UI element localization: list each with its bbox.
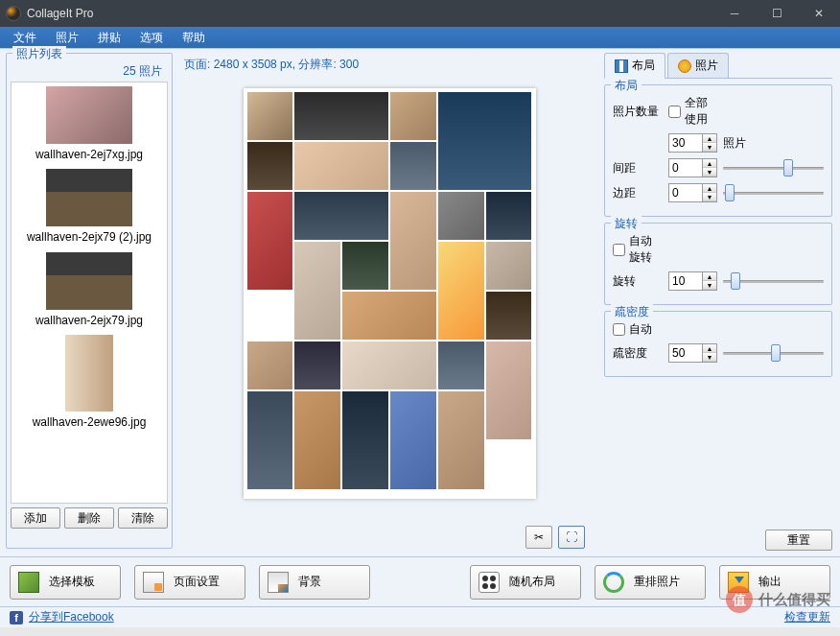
layout-group: 布局 照片数量 全部使用 ▲▼ 照片 间距 ▲▼ [604,84,832,217]
sparse-input[interactable] [668,343,703,363]
rotation-input[interactable] [668,271,703,291]
rotation-group: 旋转 自动旋转 旋转 ▲▼ [604,223,832,305]
sparse-group-label: 疏密度 [611,304,653,320]
select-template-button[interactable]: 选择模板 [10,565,121,600]
sparse-group: 疏密度 自动 疏密度 ▲▼ [604,311,832,377]
bottom-toolbar: 选择模板 页面设置 背景 随机布局 重排照片 输出 [0,556,840,606]
spin-up[interactable]: ▲ [703,134,716,143]
spin-down[interactable]: ▼ [703,143,716,152]
spacing-slider[interactable] [723,159,824,177]
title-bar: CollageIt Pro ─ ☐ ✕ [0,0,840,27]
check-update-link[interactable]: 检查更新 [784,609,830,625]
shuffle-button[interactable]: 随机布局 [470,565,581,600]
tab-layout[interactable]: 布局 [604,53,665,79]
menu-bar: 文件 照片 拼贴 选项 帮助 [0,27,840,48]
sparse-label: 疏密度 [613,345,663,362]
spacing-label: 间距 [613,160,663,177]
menu-collage[interactable]: 拼贴 [90,28,128,48]
margin-slider[interactable] [723,184,824,201]
clear-button[interactable]: 清除 [118,507,168,529]
maximize-button[interactable]: ☐ [756,0,798,27]
spacing-spinner[interactable]: ▲▼ [668,158,717,177]
facebook-icon: f [10,611,23,624]
list-item[interactable]: wallhaven-2ejx79.jpg [15,252,163,327]
add-button[interactable]: 添加 [11,507,60,529]
photo-count: 25 照片 [11,63,168,80]
photo-name: wallhaven-2ejx79.jpg [15,314,163,327]
auto-sparse-checkbox[interactable]: 自动 [613,321,663,338]
photo-list-panel: 照片列表 25 照片 wallhaven-2ej7xg.jpg wallhave… [0,49,178,556]
auto-rotate-checkbox[interactable]: 自动旋转 [613,233,663,266]
settings-tabs: 布局 照片 [604,53,832,79]
rotation-spinner[interactable]: ▲▼ [668,271,717,291]
list-item[interactable]: wallhaven-2ewe96.jpg [15,335,163,429]
margin-label: 边距 [613,185,663,201]
delete-button[interactable]: 删除 [64,507,114,529]
photo-count-spinner[interactable]: ▲▼ [668,133,717,153]
canvas-panel: 页面: 2480 x 3508 px, 分辨率: 300 ✂ ⛶ [178,49,600,556]
tab-photo[interactable]: 照片 [667,53,729,78]
menu-file[interactable]: 文件 [6,28,44,48]
use-all-checkbox[interactable]: 全部使用 [668,95,718,128]
page-info: 页面: 2480 x 3508 px, 分辨率: 300 [184,53,595,77]
export-button[interactable]: 输出 [719,565,830,600]
menu-help[interactable]: 帮助 [175,28,213,48]
list-item[interactable]: wallhaven-2ejx79 (2).jpg [15,169,163,244]
photo-count-label: 照片数量 [613,104,663,120]
fit-tool-button[interactable]: ⛶ [558,526,585,549]
photo-icon [678,59,691,73]
rotation-group-label: 旋转 [611,216,642,232]
thumbnail [65,335,113,412]
margin-spinner[interactable]: ▲▼ [668,183,717,202]
layout-group-label: 布局 [611,78,642,94]
photo-name: wallhaven-2ej7xg.jpg [15,148,163,161]
rotation-label: 旋转 [613,273,663,290]
list-item[interactable]: wallhaven-2ej7xg.jpg [15,86,163,161]
use-all-input[interactable] [668,106,681,118]
thumbnail [46,169,132,226]
rotation-slider[interactable] [723,272,824,290]
thumbnail [46,252,132,310]
export-icon [728,572,749,593]
refresh-icon [603,572,624,593]
window-title: CollageIt Pro [27,7,713,20]
background-button[interactable]: 背景 [259,565,370,600]
reset-button[interactable]: 重置 [765,530,832,551]
page-icon [143,572,164,593]
minimize-button[interactable]: ─ [713,0,756,27]
thumbnail [46,86,132,144]
photo-count-input[interactable] [668,133,703,153]
close-button[interactable]: ✕ [798,0,840,27]
sparse-slider[interactable] [723,344,824,362]
page-setup-button[interactable]: 页面设置 [134,565,245,600]
photo-list-title: 照片列表 [12,46,66,62]
template-icon [18,572,39,593]
photo-name: wallhaven-2ewe96.jpg [15,415,163,429]
menu-photo[interactable]: 照片 [48,28,86,48]
photo-list[interactable]: wallhaven-2ej7xg.jpg wallhaven-2ejx79 (2… [11,82,168,504]
background-icon [268,572,289,593]
spacing-input[interactable] [668,158,703,177]
margin-input[interactable] [668,183,703,202]
photo-suffix: 照片 [723,135,746,152]
share-facebook-link[interactable]: 分享到Facebook [29,609,114,625]
dice-icon [478,572,500,593]
sparse-spinner[interactable]: ▲▼ [668,343,717,363]
tab-photo-label: 照片 [695,58,718,74]
collage-canvas[interactable] [244,88,536,499]
tab-layout-label: 布局 [632,58,655,74]
photo-name: wallhaven-2ejx79 (2).jpg [15,230,163,244]
rearrange-button[interactable]: 重排照片 [595,565,706,600]
status-bar: f 分享到Facebook 检查更新 [0,606,840,627]
settings-panel: 布局 照片 布局 照片数量 全部使用 ▲▼ [600,49,840,556]
crop-tool-button[interactable]: ✂ [525,526,552,549]
menu-options[interactable]: 选项 [132,28,171,48]
app-icon [6,6,21,21]
layout-icon [615,59,628,73]
